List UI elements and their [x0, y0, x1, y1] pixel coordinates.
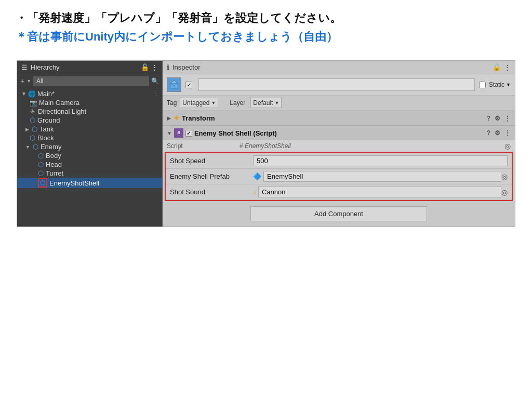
hierarchy-item-label: Tank: [39, 125, 54, 133]
inspector-header: ℹ Inspector 🔓 ⋮: [163, 61, 515, 74]
enemy-shell-prefab-label: Enemy Shell Prefab: [170, 172, 253, 180]
plus-icon[interactable]: +: [20, 77, 24, 85]
help-icon[interactable]: ?: [487, 115, 490, 122]
hierarchy-item-label: Ground: [37, 116, 60, 124]
cube-icon: ⬡: [30, 134, 35, 142]
more-icon[interactable]: ⋮: [504, 115, 511, 122]
script-row: Script # EnemyShotShell ◎: [163, 140, 515, 152]
lock-icon[interactable]: 🔓: [141, 63, 149, 71]
help-icon[interactable]: ?: [487, 129, 490, 137]
instruction-line1: ・「発射速度」「プレハブ」「発射音」を設定してください。: [16, 10, 516, 26]
transform-component-header[interactable]: ▶ ✦ Transform ? ⚙ ⋮: [163, 111, 515, 126]
sound-target-icon[interactable]: ◎: [501, 188, 508, 196]
prefab-target-icon[interactable]: ◎: [501, 172, 508, 181]
static-check[interactable]: [479, 82, 486, 88]
scene-icon: 🌐: [28, 90, 35, 98]
script-component-label: Enemy Shot Shell (Script): [194, 129, 277, 137]
hierarchy-item-body[interactable]: ⬡ Body: [17, 151, 162, 160]
hierarchy-panel: ☰ Hierarchy 🔓 ⋮ + ▼ 🔍 ▼ 🌐 Mai: [17, 61, 163, 227]
transform-icons-right: ? ⚙ ⋮: [487, 115, 511, 122]
search-icon: 🔍: [151, 77, 159, 85]
inspector-panel: ℹ Inspector 🔓 ⋮: [163, 61, 515, 227]
more-icon[interactable]: ⋮: [504, 129, 511, 137]
layer-dropdown[interactable]: Default ▼: [250, 98, 282, 108]
shot-sound-value[interactable]: Cannon: [258, 187, 501, 197]
settings-icon[interactable]: ⚙: [495, 129, 500, 137]
hierarchy-content: ▼ 🌐 Main* ⋮ 📷 Main Camera ☀ Direc: [17, 88, 162, 227]
tag-layer-row: Tag Untagged ▼ Layer Default ▼: [163, 96, 515, 111]
hierarchy-item-label: Directional Light: [38, 108, 86, 115]
hierarchy-item-main-camera[interactable]: 📷 Main Camera: [17, 98, 162, 107]
camera-icon: 📷: [30, 99, 37, 107]
shot-speed-row: Shot Speed 500: [166, 153, 512, 169]
instruction-line2: ＊音は事前にUnity内にインポートしておきましょう（自由）: [16, 29, 516, 45]
add-component-section: Add Component: [163, 201, 515, 227]
layer-dropdown-arrow: ▼: [274, 100, 279, 105]
hierarchy-item-enemy-shot-shell[interactable]: ⬡ EnemyShotShell: [17, 178, 162, 188]
item-options-icon[interactable]: ⋮: [152, 90, 158, 97]
hierarchy-item-label: Main Camera: [39, 99, 79, 107]
hierarchy-item-tank[interactable]: ▶ ⬡ Tank: [17, 125, 162, 134]
add-component-button[interactable]: Add Component: [250, 206, 427, 221]
svg-marker-1: [170, 81, 178, 83]
enemy-shell-prefab-value[interactable]: EnemyShell: [263, 171, 501, 182]
script-active-checkbox[interactable]: ✓: [185, 130, 192, 137]
settings-icon[interactable]: ⚙: [495, 115, 500, 122]
enemy-shell-prefab-row: Enemy Shell Prefab 🔷 EnemyShell ◎: [166, 169, 512, 184]
hierarchy-item-label: Enemy: [41, 143, 61, 151]
shot-speed-label: Shot Speed: [170, 157, 253, 165]
hierarchy-header-icons: 🔓 ⋮: [141, 63, 158, 71]
hierarchy-item-main[interactable]: ▼ 🌐 Main* ⋮: [17, 89, 162, 98]
static-checkbox: Static ▼: [479, 81, 511, 88]
script-component-header[interactable]: ▼ # ✓ Enemy Shot Shell (Script) ? ⚙ ⋮: [163, 126, 515, 140]
arrow-icon: ▼: [25, 144, 30, 150]
object-name-input[interactable]: EnemyShotShell: [198, 78, 475, 91]
hierarchy-item-ground[interactable]: ⬡ Ground: [17, 116, 162, 125]
enemy-shell-prefab-value-container: 🔷 EnemyShell: [253, 171, 501, 182]
unity-editor: ☰ Hierarchy 🔓 ⋮ + ▼ 🔍 ▼ 🌐 Mai: [17, 60, 515, 227]
hierarchy-item-head[interactable]: ⬡ Head: [17, 160, 162, 169]
tag-dropdown-arrow: ▼: [211, 100, 216, 105]
hierarchy-item-label: Turret: [46, 169, 63, 177]
static-label: Static: [489, 81, 504, 88]
hierarchy-search-bar: + ▼ 🔍: [17, 74, 162, 88]
cube-icon: ⬡: [32, 125, 37, 133]
menu-icon[interactable]: ⋮: [504, 63, 511, 71]
dropdown-arrow-icon[interactable]: ▼: [26, 78, 31, 84]
hierarchy-item-block[interactable]: ⬡ Block: [17, 134, 162, 142]
inspector-title-row: ✓ EnemyShotShell Static ▼: [163, 74, 515, 96]
shot-speed-value[interactable]: 500: [253, 155, 508, 166]
hierarchy-item-label: Body: [46, 152, 61, 159]
light-icon: ☀: [30, 108, 36, 115]
hierarchy-item-enemy[interactable]: ▼ ⬡ Enemy: [17, 142, 162, 151]
object-icon: [167, 77, 181, 92]
script-field-label: Script: [167, 142, 240, 150]
script-target-icon[interactable]: ◎: [504, 142, 511, 150]
hierarchy-item-dir-light[interactable]: ☀ Directional Light: [17, 107, 162, 116]
list-icon: ☰: [21, 63, 28, 71]
transform-label: Transform: [182, 114, 215, 122]
cube-icon-selected: ⬡: [40, 179, 45, 187]
script-component-icon: #: [174, 128, 183, 138]
prefab-icon: 🔷: [253, 172, 261, 180]
info-icon: ℹ: [167, 63, 169, 71]
sound-icon: ♪: [253, 189, 256, 196]
tag-value: Untagged: [182, 99, 209, 107]
lock-icon[interactable]: 🔓: [493, 63, 501, 71]
layer-label: Layer: [230, 99, 245, 107]
shot-sound-label: Shot Sound: [170, 188, 253, 196]
shot-speed-value-container: 500: [253, 155, 508, 166]
hierarchy-item-label: Block: [37, 134, 54, 142]
static-dropdown-icon[interactable]: ▼: [506, 82, 511, 87]
menu-icon[interactable]: ⋮: [151, 63, 158, 71]
cube-icon: ⬡: [30, 116, 35, 124]
hierarchy-item-turret[interactable]: ⬡ Turret: [17, 169, 162, 178]
hierarchy-item-label: EnemyShotShell: [49, 179, 99, 187]
tag-dropdown[interactable]: Untagged ▼: [180, 98, 218, 108]
active-checkbox[interactable]: ✓: [185, 82, 192, 88]
cube-icon: ⬡: [38, 161, 44, 168]
search-input[interactable]: [33, 76, 149, 86]
arrow-icon: ▶: [25, 127, 29, 132]
script-arrow: ▼: [167, 130, 172, 136]
hierarchy-item-label: Main*: [37, 90, 55, 98]
